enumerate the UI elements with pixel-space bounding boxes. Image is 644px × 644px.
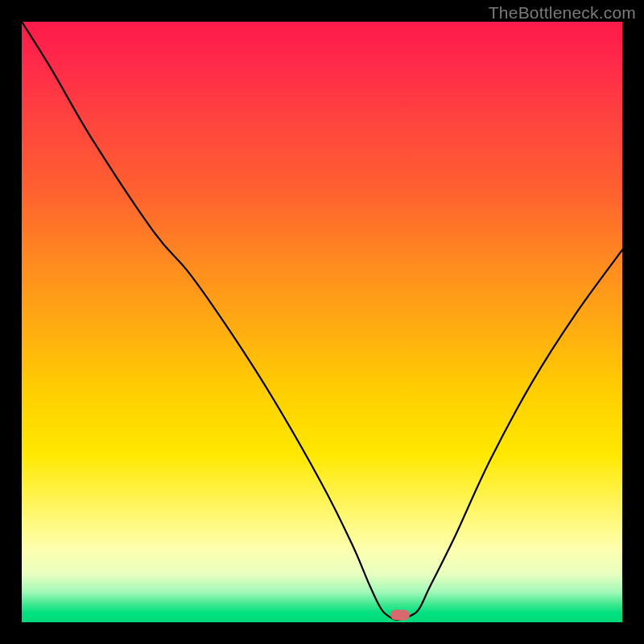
watermark-text: TheBottleneck.com [489, 3, 636, 23]
chart-plot-area [22, 22, 622, 622]
chart-marker-dot [390, 610, 410, 621]
chart-curve [22, 22, 622, 622]
